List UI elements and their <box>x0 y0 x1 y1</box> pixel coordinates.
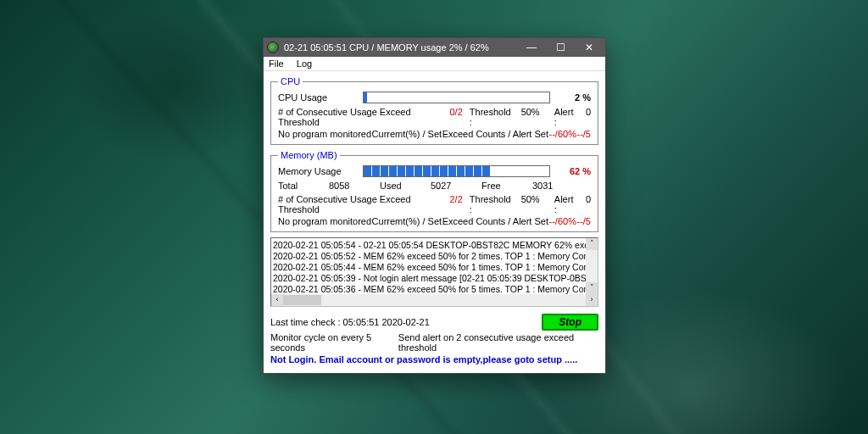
cpu-curset-label: Curremt(%) / Set <box>372 129 442 139</box>
client-area: CPU CPU Usage 2 % # of Consecutive Usage… <box>264 71 605 373</box>
cpu-group: CPU CPU Usage 2 % # of Consecutive Usage… <box>270 76 598 145</box>
memory-usage-label: Memory Usage <box>278 166 363 176</box>
mem-alert-value: 0 <box>586 194 591 204</box>
log-line: 2020-02-21 05:05:52 - MEM 62% exceed 50%… <box>273 251 586 262</box>
monitor-cycle-text: Monitor cycle on every 5 seconds <box>270 332 398 353</box>
mem-exalert-label: Exceed Counts / Alert Set <box>442 216 548 226</box>
mem-exceed-value: 2/2 <box>450 194 463 204</box>
horizontal-scrollbar[interactable]: ‹ › <box>271 294 598 306</box>
scroll-left-icon[interactable]: ‹ <box>271 294 283 306</box>
scroll-down-icon[interactable]: ˅ <box>586 282 598 294</box>
lastcheck-value: 05:05:51 2020-02-21 <box>343 317 430 327</box>
cpu-usage-label: CPU Usage <box>278 92 363 103</box>
cpu-exceed-label: # of Consecutive Usage Exceed Threshold <box>278 107 437 127</box>
mem-total-label: Total <box>278 181 329 191</box>
mem-threshold-value: 50% <box>521 194 540 204</box>
cpu-legend: CPU <box>278 76 303 86</box>
mem-alert-label: Alert : <box>554 194 576 214</box>
mem-noprog: No program monitored <box>278 216 371 226</box>
app-window: 02-21 05:05:51 CPU / MEMORY usage 2% / 6… <box>263 37 606 374</box>
log-textbox[interactable]: 2020-02-21 05:05:54 - 02-21 05:05:54 DES… <box>270 237 598 307</box>
mem-free-label: Free <box>481 181 532 191</box>
mem-exceed-label: # of Consecutive Usage Exceed Threshold <box>278 194 437 214</box>
mem-curset-label: Curremt(%) / Set <box>372 216 442 226</box>
cpu-percent: 2 % <box>557 92 591 103</box>
cpu-exalert-value: --/5 <box>576 129 591 139</box>
send-alert-text: Send alert on 2 consecutive usage exceed… <box>398 332 598 353</box>
not-login-text: Not Login. Email account or password is … <box>270 354 577 364</box>
cpu-progressbar <box>363 92 550 103</box>
mem-used-label: Used <box>380 181 431 191</box>
mem-free-value: 3031 <box>532 181 583 191</box>
mem-curset-value: --/60% <box>549 216 576 226</box>
mem-total-value: 8058 <box>329 181 380 191</box>
cpu-curset-value: --/60% <box>549 129 576 139</box>
titlebar[interactable]: 02-21 05:05:51 CPU / MEMORY usage 2% / 6… <box>264 38 605 57</box>
mem-used-value: 5027 <box>431 181 481 191</box>
footer: Last time check : 05:05:51 2020-02-21 St… <box>270 314 598 364</box>
cpu-alert-value: 0 <box>586 107 591 117</box>
app-icon <box>267 42 279 53</box>
cpu-noprog: No program monitored <box>278 129 371 139</box>
menu-file[interactable]: File <box>269 58 284 69</box>
scroll-right-icon[interactable]: › <box>586 294 598 306</box>
log-line: 2020-02-21 05:05:54 - 02-21 05:05:54 DES… <box>273 240 586 251</box>
memory-legend: Memory (MB) <box>278 150 340 160</box>
cpu-exceed-value: 0/2 <box>450 107 463 117</box>
log-line: 2020-02-21 05:05:44 - MEM 62% exceed 50%… <box>273 262 586 273</box>
memory-percent: 62 % <box>557 166 591 176</box>
vertical-scrollbar[interactable]: ˄ ˅ <box>586 238 598 294</box>
cpu-exalert-label: Exceed Counts / Alert Set <box>442 129 548 139</box>
stop-button[interactable]: Stop <box>542 314 598 331</box>
cpu-threshold-value: 50% <box>521 107 540 117</box>
maximize-button[interactable]: ☐ <box>546 38 575 57</box>
menu-log[interactable]: Log <box>297 58 312 69</box>
memory-group: Memory (MB) Memory Usage 62 % Total 8058… <box>270 150 598 232</box>
cpu-alert-label: Alert : <box>554 107 576 127</box>
log-line: 2020-02-21 05:05:39 - Not login alert me… <box>273 273 586 284</box>
memory-progressbar <box>363 165 550 177</box>
lastcheck-label: Last time check : <box>270 317 341 327</box>
cpu-threshold-label: Threshold : <box>470 107 512 127</box>
menubar: File Log <box>264 57 605 71</box>
mem-threshold-label: Threshold : <box>470 194 512 214</box>
mem-exalert-value: --/5 <box>576 216 591 226</box>
close-button[interactable]: ✕ <box>575 38 604 57</box>
scroll-up-icon[interactable]: ˄ <box>586 238 598 250</box>
window-title: 02-21 05:05:51 CPU / MEMORY usage 2% / 6… <box>284 42 517 53</box>
minimize-button[interactable]: — <box>517 38 546 57</box>
